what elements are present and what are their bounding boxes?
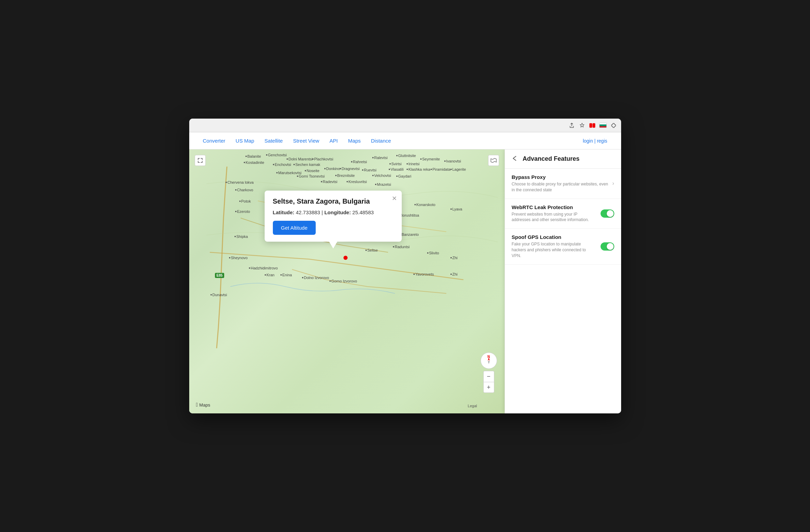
spoof-gps-title: Spoof GPS Location bbox=[512, 234, 596, 240]
map-dot bbox=[234, 236, 236, 237]
bypass-proxy-desc: Choose to disable proxy for particular w… bbox=[512, 181, 608, 193]
map-dot bbox=[414, 204, 416, 205]
map-dot bbox=[293, 164, 295, 165]
svg-rect-0 bbox=[590, 123, 592, 128]
browser-window: Converter US Map Satellite Street View A… bbox=[189, 119, 621, 413]
panel-items: Bypass Proxy Choose to disable proxy for… bbox=[505, 169, 621, 265]
compass-control[interactable]: N bbox=[481, 352, 497, 369]
bypass-proxy-arrow: › bbox=[612, 180, 614, 186]
map-dot bbox=[396, 176, 398, 177]
webrtc-desc: Prevent websites from using your IP addr… bbox=[512, 211, 596, 223]
map-dot bbox=[375, 184, 376, 185]
nav-distance[interactable]: Distance bbox=[371, 138, 391, 144]
browser-toolbar bbox=[189, 119, 621, 132]
map-dot bbox=[235, 211, 237, 212]
map-dot bbox=[266, 154, 267, 156]
e85-highway-badge: E85 bbox=[215, 273, 225, 278]
svg-rect-1 bbox=[593, 123, 595, 128]
get-altitude-button[interactable]: Get Altitude bbox=[273, 221, 316, 235]
compass-north-label: N bbox=[487, 355, 490, 359]
map-dot bbox=[229, 257, 230, 258]
advanced-features-panel: Advanced Features Bypass Proxy Choose to… bbox=[505, 149, 621, 413]
map-dot bbox=[210, 294, 212, 295]
longitude-value: 25.48583 bbox=[352, 209, 374, 215]
svg-marker-3 bbox=[488, 361, 490, 364]
legal-link[interactable]: Legal bbox=[468, 404, 477, 408]
map-dot bbox=[450, 169, 452, 170]
readerview-icon[interactable] bbox=[589, 122, 596, 129]
map-dot bbox=[351, 161, 352, 162]
map-dot bbox=[273, 164, 274, 165]
webrtc-title: WebRTC Leak Protection bbox=[512, 204, 596, 210]
nav-api[interactable]: API bbox=[329, 138, 338, 144]
coord-separator: | bbox=[322, 209, 324, 215]
webrtc-toggle[interactable] bbox=[601, 209, 614, 218]
map-dot bbox=[305, 170, 306, 171]
nav-links: Converter US Map Satellite Street View A… bbox=[203, 138, 391, 144]
map-dot bbox=[235, 189, 237, 191]
bulgaria-flag-icon[interactable] bbox=[599, 123, 607, 128]
map-dot bbox=[372, 175, 374, 176]
map-dot bbox=[329, 280, 331, 282]
map-dot bbox=[389, 169, 390, 170]
map-popup: ✕ Seltse, Stara Zagora, Bulgaria Latitud… bbox=[265, 191, 402, 242]
nav-bar: Converter US Map Satellite Street View A… bbox=[189, 132, 621, 149]
popup-close-button[interactable]: ✕ bbox=[392, 195, 397, 202]
spoof-gps-content: Spoof GPS Location Fake your GPS locatio… bbox=[512, 234, 596, 258]
map-dot bbox=[450, 208, 452, 210]
popup-coordinates: Latitude: 42.733883 | Longitude: 25.4858… bbox=[273, 209, 394, 215]
panel-item-spoof-gps: Spoof GPS Location Fake your GPS locatio… bbox=[505, 229, 621, 264]
longitude-label: Longitude: bbox=[324, 209, 351, 215]
map-dot bbox=[287, 158, 288, 160]
map-dot bbox=[312, 158, 314, 160]
map-dot bbox=[226, 182, 227, 183]
fullscreen-button[interactable] bbox=[195, 155, 206, 166]
webrtc-content: WebRTC Leak Protection Prevent websites … bbox=[512, 204, 596, 223]
map-area[interactable]: BalaniteGenchovtsiKostadiniteDolni Maren… bbox=[189, 149, 505, 413]
panel-title: Advanced Features bbox=[523, 155, 580, 162]
map-dot bbox=[245, 156, 247, 157]
main-content: BalaniteGenchovtsiKostadiniteDolni Maren… bbox=[189, 149, 621, 413]
map-dot bbox=[365, 250, 367, 251]
map-dot bbox=[413, 274, 415, 275]
map-dot bbox=[389, 163, 391, 165]
nav-converter[interactable]: Converter bbox=[203, 138, 226, 144]
nav-maps[interactable]: Maps bbox=[348, 138, 361, 144]
map-dot bbox=[302, 277, 303, 278]
nav-street-view[interactable]: Street View bbox=[293, 138, 319, 144]
bypass-proxy-title: Bypass Proxy bbox=[512, 174, 608, 180]
panel-item-bypass-proxy[interactable]: Bypass Proxy Choose to disable proxy for… bbox=[505, 169, 621, 199]
map-dot bbox=[335, 175, 337, 176]
map-dot bbox=[297, 176, 298, 177]
share-icon[interactable] bbox=[568, 122, 575, 129]
map-dot bbox=[393, 246, 394, 247]
nav-us-map[interactable]: US Map bbox=[235, 138, 254, 144]
map-type-button[interactable] bbox=[488, 155, 499, 166]
zoom-in-button[interactable]: + bbox=[483, 382, 494, 393]
map-dot bbox=[265, 274, 266, 276]
map-dot bbox=[280, 274, 282, 276]
map-dot bbox=[249, 267, 250, 269]
panel-back-button[interactable] bbox=[512, 155, 519, 163]
map-dot bbox=[347, 181, 348, 182]
star-icon[interactable] bbox=[579, 122, 585, 129]
panel-item-webrtc: WebRTC Leak Protection Prevent websites … bbox=[505, 199, 621, 229]
spoof-gps-toggle[interactable] bbox=[601, 242, 614, 251]
map-dot bbox=[362, 169, 363, 171]
map-dot bbox=[431, 169, 432, 170]
zoom-out-button[interactable]: − bbox=[483, 371, 494, 382]
extensions-icon[interactable] bbox=[610, 122, 617, 129]
map-dot bbox=[321, 181, 322, 182]
auth-links: login | regis bbox=[583, 138, 607, 144]
map-dot bbox=[450, 274, 452, 275]
nav-satellite[interactable]: Satellite bbox=[265, 138, 283, 144]
popup-title: Seltse, Stara Zagora, Bulgaria bbox=[273, 197, 394, 205]
map-dot bbox=[420, 158, 422, 160]
apple-maps-logo:  Maps bbox=[196, 402, 210, 408]
latitude-label: Latitude: bbox=[273, 209, 294, 215]
panel-header: Advanced Features bbox=[505, 149, 621, 169]
map-pin-marker bbox=[343, 256, 348, 260]
bypass-proxy-content: Bypass Proxy Choose to disable proxy for… bbox=[512, 174, 608, 193]
map-dot bbox=[372, 157, 374, 158]
map-dot bbox=[340, 168, 341, 169]
